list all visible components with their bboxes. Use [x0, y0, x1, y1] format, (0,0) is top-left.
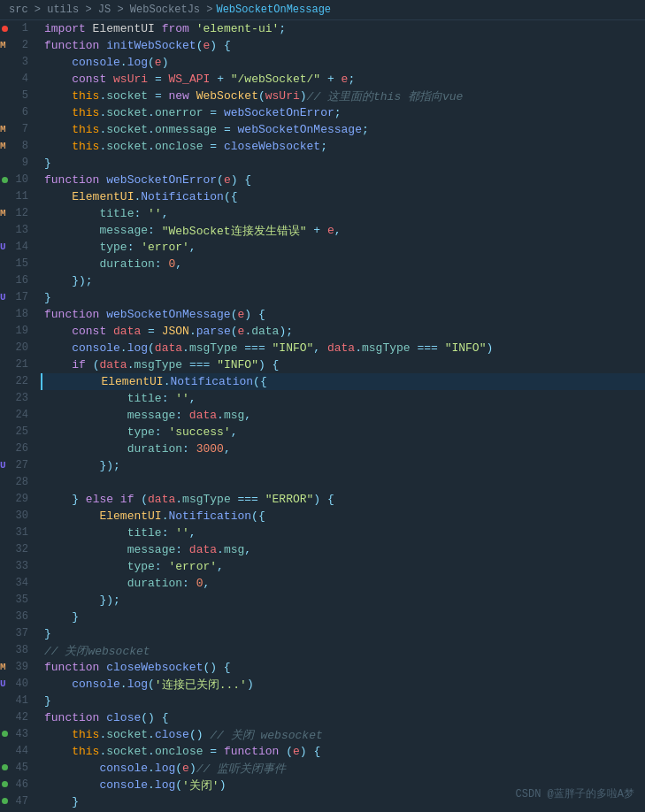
gutter-row-39: M 39: [0, 658, 32, 675]
code-line-21: if (data.msgType === "INFO") {: [41, 356, 645, 373]
gutter-row-3: 3: [0, 54, 32, 71]
gutter-row-37: 37: [0, 624, 32, 641]
code-line-43: this.socket.close() // 关闭 websocket: [41, 726, 645, 743]
gutter-row-20: 20: [0, 340, 32, 356]
code-line-30: ElementUI.Notification({: [41, 508, 645, 525]
gutter-row-2: M 2: [0, 37, 32, 54]
gutter-row-17: U 17: [0, 289, 32, 306]
code-line-4: const wsUri = WS_API + "/webSocket/" + e…: [41, 71, 645, 88]
gutter-row-31: 31: [0, 525, 32, 541]
breakpoint-dot[interactable]: [2, 26, 8, 32]
code-line-5: this.socket = new WebSocket(wsUri)// 这里面…: [41, 88, 645, 104]
code-content: import ElementUI from 'element-ui'; func…: [37, 20, 645, 809]
gutter-row-15: 15: [0, 256, 32, 272]
gutter-row-14: U 14: [0, 239, 32, 256]
gutter-row-23: 23: [0, 390, 32, 407]
code-line-7: this.socket.onmessage = webSocketOnMessa…: [41, 121, 645, 138]
code-line-32: message: data.msg,: [41, 541, 645, 558]
code-line-37: }: [41, 625, 645, 642]
code-line-16: });: [41, 272, 645, 289]
code-line-28: [41, 474, 645, 491]
gutter-row-45: 45: [0, 759, 32, 776]
breadcrumb-path: src > utils > JS > WebSocketJs >: [9, 4, 212, 16]
gutter-row-13: 13: [0, 222, 32, 239]
gutter-row-38: 38: [0, 641, 32, 658]
code-line-24: message: data.msg,: [41, 407, 645, 424]
code-line-1: import ElementUI from 'element-ui';: [41, 20, 645, 37]
code-line-13: message: "WebSocket连接发生错误" + e,: [41, 222, 645, 239]
line-gutter: 1 M 2 3 4 5 6 M: [0, 20, 37, 809]
gutter-row-35: 35: [0, 591, 32, 608]
code-line-11: ElementUI.Notification({: [41, 188, 645, 205]
gutter-row-36: 36: [0, 608, 32, 624]
gutter-row-32: 32: [0, 541, 32, 558]
code-line-8: this.socket.onclose = closeWebsocket;: [41, 138, 645, 155]
code-line-6: this.socket.onerror = webSocketOnError;: [41, 104, 645, 121]
breadcrumb: src > utils > JS > WebSocketJs > WebSock…: [0, 0, 645, 20]
code-area: 1 M 2 3 4 5 6 M: [0, 20, 645, 809]
breadcrumb-current: WebSocketOnMessage: [216, 4, 331, 16]
gutter-row-40: U 40: [0, 675, 32, 692]
code-line-15: duration: 0,: [41, 256, 645, 272]
gutter-row-12: M 12: [0, 205, 32, 222]
gutter-row-9: 9: [0, 155, 32, 172]
gutter-row-22: 22: [0, 373, 32, 390]
code-line-3: console.log(e): [41, 54, 645, 71]
gutter-row-47: 47: [0, 793, 32, 809]
gutter-row-7: M 7: [0, 121, 32, 138]
code-line-9: }: [41, 155, 645, 172]
gutter-row-19: 19: [0, 323, 32, 340]
code-line-20: console.log(data.msgType === "INFO", dat…: [41, 340, 645, 356]
gutter-row-18: 18: [0, 306, 32, 323]
gutter-row-11: 11: [0, 188, 32, 205]
gutter-row-41: 41: [0, 692, 32, 709]
code-line-26: duration: 3000,: [41, 440, 645, 457]
code-line-33: type: 'error',: [41, 558, 645, 575]
gutter-row-43: 43: [0, 725, 32, 742]
gutter-row-10: 10: [0, 172, 32, 188]
gutter-row-44: 44: [0, 742, 32, 759]
gutter-row-6: 6: [0, 104, 32, 121]
code-line-44: this.socket.onclose = function (e) {: [41, 743, 645, 760]
gutter-row-5: 5: [0, 88, 32, 104]
gutter-row-34: 34: [0, 574, 32, 591]
code-line-42: function close() {: [41, 709, 645, 726]
code-line-27: });: [41, 457, 645, 474]
gutter-row-8: M 8: [0, 138, 32, 155]
gutter-row-1: 1: [0, 20, 32, 37]
code-line-17: }: [41, 289, 645, 306]
gutter-row-16: 16: [0, 272, 32, 289]
code-line-14: type: 'error',: [41, 239, 645, 256]
gutter-row-24: 24: [0, 407, 32, 424]
gutter-row-27: U 27: [0, 457, 32, 474]
code-line-39: function closeWebsocket() {: [41, 659, 645, 676]
code-line-22: ElementUI.Notification({: [41, 373, 645, 390]
code-line-18: function webSocketOnMessage(e) {: [41, 306, 645, 323]
code-line-23: title: '',: [41, 390, 645, 407]
gutter-row-26: 26: [0, 440, 32, 457]
gutter-row-42: 42: [0, 709, 32, 725]
code-line-29: } else if (data.msgType === "ERROR") {: [41, 491, 645, 508]
gutter-row-30: 30: [0, 508, 32, 525]
editor-container: src > utils > JS > WebSocketJs > WebSock…: [0, 0, 645, 812]
code-line-38: // 关闭websocket: [41, 642, 645, 659]
code-line-36: }: [41, 609, 645, 625]
watermark: CSDN @蓝胖子的多啦A梦: [516, 786, 634, 801]
gutter-row-28: 28: [0, 474, 32, 491]
code-line-19: const data = JSON.parse(e.data);: [41, 323, 645, 340]
code-line-40: console.log('连接已关闭...'): [41, 676, 645, 693]
code-line-34: duration: 0,: [41, 575, 645, 592]
code-line-10: function webSocketOnError(e) {: [41, 172, 645, 188]
gutter-row-46: 46: [0, 776, 32, 793]
code-line-31: title: '',: [41, 525, 645, 541]
gutter-row-29: 29: [0, 491, 32, 508]
gutter-row-25: 25: [0, 424, 32, 440]
code-line-35: });: [41, 592, 645, 609]
code-line-25: type: 'success',: [41, 424, 645, 440]
gutter-row-4: 4: [0, 71, 32, 88]
code-line-2: function initWebSocket(e) {: [41, 37, 645, 54]
code-line-45: console.log(e)// 监听关闭事件: [41, 760, 645, 777]
code-line-12: title: '',: [41, 205, 645, 222]
gutter-row-21: 21: [0, 356, 32, 373]
gutter-row-33: 33: [0, 558, 32, 575]
